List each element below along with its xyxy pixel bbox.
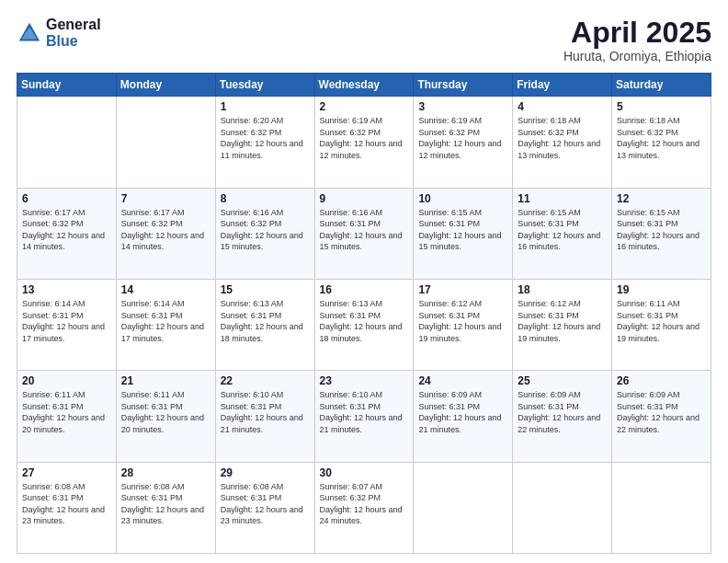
day-info: Sunrise: 6:19 AM Sunset: 6:32 PM Dayligh… bbox=[418, 115, 507, 161]
calendar-table: Sunday Monday Tuesday Wednesday Thursday… bbox=[17, 73, 711, 554]
calendar-cell: 23Sunrise: 6:10 AM Sunset: 6:31 PM Dayli… bbox=[314, 371, 414, 462]
day-number: 1 bbox=[221, 100, 310, 113]
day-number: 22 bbox=[221, 374, 310, 387]
col-saturday: Saturday bbox=[612, 74, 711, 97]
day-number: 23 bbox=[320, 374, 409, 387]
day-info: Sunrise: 6:13 AM Sunset: 6:31 PM Dayligh… bbox=[320, 298, 409, 344]
calendar-cell bbox=[612, 462, 711, 553]
day-number: 28 bbox=[121, 466, 210, 479]
day-number: 10 bbox=[418, 192, 507, 205]
calendar-cell: 22Sunrise: 6:10 AM Sunset: 6:31 PM Dayli… bbox=[215, 371, 314, 462]
calendar-cell bbox=[116, 97, 215, 188]
calendar-cell: 6Sunrise: 6:17 AM Sunset: 6:32 PM Daylig… bbox=[17, 188, 117, 279]
calendar-cell: 2Sunrise: 6:19 AM Sunset: 6:32 PM Daylig… bbox=[314, 97, 414, 188]
calendar-cell: 3Sunrise: 6:19 AM Sunset: 6:32 PM Daylig… bbox=[414, 97, 513, 188]
title-block: April 2025 Huruta, Oromiya, Ethiopia bbox=[563, 17, 711, 63]
calendar-cell: 9Sunrise: 6:16 AM Sunset: 6:31 PM Daylig… bbox=[314, 188, 414, 279]
day-number: 2 bbox=[320, 100, 409, 113]
calendar-cell: 1Sunrise: 6:20 AM Sunset: 6:32 PM Daylig… bbox=[215, 97, 314, 188]
calendar-cell: 27Sunrise: 6:08 AM Sunset: 6:31 PM Dayli… bbox=[17, 462, 117, 553]
day-number: 15 bbox=[221, 283, 310, 296]
day-info: Sunrise: 6:15 AM Sunset: 6:31 PM Dayligh… bbox=[617, 207, 706, 253]
calendar-week-5: 27Sunrise: 6:08 AM Sunset: 6:31 PM Dayli… bbox=[17, 462, 711, 553]
day-info: Sunrise: 6:17 AM Sunset: 6:32 PM Dayligh… bbox=[22, 207, 111, 253]
day-info: Sunrise: 6:10 AM Sunset: 6:31 PM Dayligh… bbox=[221, 389, 310, 435]
day-number: 18 bbox=[518, 283, 607, 296]
day-info: Sunrise: 6:14 AM Sunset: 6:31 PM Dayligh… bbox=[121, 298, 210, 344]
calendar-cell: 8Sunrise: 6:16 AM Sunset: 6:32 PM Daylig… bbox=[215, 188, 314, 279]
day-number: 9 bbox=[320, 192, 409, 205]
logo: General Blue bbox=[17, 17, 101, 49]
calendar-cell: 26Sunrise: 6:09 AM Sunset: 6:31 PM Dayli… bbox=[612, 371, 711, 462]
col-monday: Monday bbox=[116, 74, 215, 97]
day-number: 6 bbox=[22, 192, 111, 205]
calendar-cell bbox=[513, 462, 612, 553]
day-info: Sunrise: 6:20 AM Sunset: 6:32 PM Dayligh… bbox=[221, 115, 310, 161]
day-info: Sunrise: 6:18 AM Sunset: 6:32 PM Dayligh… bbox=[617, 115, 706, 161]
day-number: 17 bbox=[418, 283, 507, 296]
day-info: Sunrise: 6:07 AM Sunset: 6:32 PM Dayligh… bbox=[320, 481, 409, 527]
day-info: Sunrise: 6:15 AM Sunset: 6:31 PM Dayligh… bbox=[518, 207, 607, 253]
day-info: Sunrise: 6:16 AM Sunset: 6:32 PM Dayligh… bbox=[221, 207, 310, 253]
day-number: 19 bbox=[617, 283, 706, 296]
col-thursday: Thursday bbox=[414, 74, 513, 97]
day-info: Sunrise: 6:19 AM Sunset: 6:32 PM Dayligh… bbox=[320, 115, 409, 161]
calendar-cell: 25Sunrise: 6:09 AM Sunset: 6:31 PM Dayli… bbox=[513, 371, 612, 462]
calendar-cell: 15Sunrise: 6:13 AM Sunset: 6:31 PM Dayli… bbox=[215, 279, 314, 370]
calendar-cell: 13Sunrise: 6:14 AM Sunset: 6:31 PM Dayli… bbox=[17, 279, 117, 370]
calendar-cell: 11Sunrise: 6:15 AM Sunset: 6:31 PM Dayli… bbox=[513, 188, 612, 279]
day-number: 20 bbox=[22, 374, 111, 387]
col-friday: Friday bbox=[513, 74, 612, 97]
day-info: Sunrise: 6:10 AM Sunset: 6:31 PM Dayligh… bbox=[320, 389, 409, 435]
calendar-cell: 30Sunrise: 6:07 AM Sunset: 6:32 PM Dayli… bbox=[314, 462, 414, 553]
day-number: 30 bbox=[320, 466, 409, 479]
calendar-week-4: 20Sunrise: 6:11 AM Sunset: 6:31 PM Dayli… bbox=[17, 371, 711, 462]
day-number: 26 bbox=[617, 374, 706, 387]
calendar-cell: 19Sunrise: 6:11 AM Sunset: 6:31 PM Dayli… bbox=[612, 279, 711, 370]
calendar-week-1: 1Sunrise: 6:20 AM Sunset: 6:32 PM Daylig… bbox=[17, 97, 711, 188]
logo-blue: Blue bbox=[46, 33, 101, 50]
day-number: 24 bbox=[418, 374, 507, 387]
calendar-cell: 5Sunrise: 6:18 AM Sunset: 6:32 PM Daylig… bbox=[612, 97, 711, 188]
col-wednesday: Wednesday bbox=[314, 74, 414, 97]
calendar-cell: 14Sunrise: 6:14 AM Sunset: 6:31 PM Dayli… bbox=[116, 279, 215, 370]
calendar-cell: 29Sunrise: 6:08 AM Sunset: 6:31 PM Dayli… bbox=[215, 462, 314, 553]
logo-general: General bbox=[46, 17, 101, 33]
calendar-cell: 12Sunrise: 6:15 AM Sunset: 6:31 PM Dayli… bbox=[612, 188, 711, 279]
day-info: Sunrise: 6:08 AM Sunset: 6:31 PM Dayligh… bbox=[221, 481, 310, 527]
day-info: Sunrise: 6:08 AM Sunset: 6:31 PM Dayligh… bbox=[121, 481, 210, 527]
calendar-cell: 18Sunrise: 6:12 AM Sunset: 6:31 PM Dayli… bbox=[513, 279, 612, 370]
day-number: 7 bbox=[121, 192, 210, 205]
day-info: Sunrise: 6:09 AM Sunset: 6:31 PM Dayligh… bbox=[518, 389, 607, 435]
day-number: 11 bbox=[518, 192, 607, 205]
day-info: Sunrise: 6:18 AM Sunset: 6:32 PM Dayligh… bbox=[518, 115, 607, 161]
calendar-cell: 21Sunrise: 6:11 AM Sunset: 6:31 PM Dayli… bbox=[116, 371, 215, 462]
day-info: Sunrise: 6:15 AM Sunset: 6:31 PM Dayligh… bbox=[418, 207, 507, 253]
day-number: 4 bbox=[518, 100, 607, 113]
day-info: Sunrise: 6:12 AM Sunset: 6:31 PM Dayligh… bbox=[518, 298, 607, 344]
day-info: Sunrise: 6:11 AM Sunset: 6:31 PM Dayligh… bbox=[121, 389, 210, 435]
day-info: Sunrise: 6:08 AM Sunset: 6:31 PM Dayligh… bbox=[22, 481, 111, 527]
day-info: Sunrise: 6:12 AM Sunset: 6:31 PM Dayligh… bbox=[418, 298, 507, 344]
col-sunday: Sunday bbox=[17, 74, 117, 97]
calendar-cell: 4Sunrise: 6:18 AM Sunset: 6:32 PM Daylig… bbox=[513, 97, 612, 188]
logo-icon bbox=[17, 20, 42, 46]
header: General Blue April 2025 Huruta, Oromiya,… bbox=[17, 17, 711, 63]
calendar-cell: 24Sunrise: 6:09 AM Sunset: 6:31 PM Dayli… bbox=[414, 371, 513, 462]
day-number: 29 bbox=[221, 466, 310, 479]
day-info: Sunrise: 6:09 AM Sunset: 6:31 PM Dayligh… bbox=[418, 389, 507, 435]
calendar-week-3: 13Sunrise: 6:14 AM Sunset: 6:31 PM Dayli… bbox=[17, 279, 711, 370]
title-month: April 2025 bbox=[563, 17, 711, 49]
calendar-cell: 10Sunrise: 6:15 AM Sunset: 6:31 PM Dayli… bbox=[414, 188, 513, 279]
calendar-page: General Blue April 2025 Huruta, Oromiya,… bbox=[0, 0, 728, 563]
day-number: 25 bbox=[518, 374, 607, 387]
title-location: Huruta, Oromiya, Ethiopia bbox=[563, 49, 711, 63]
calendar-cell bbox=[17, 97, 117, 188]
day-number: 12 bbox=[617, 192, 706, 205]
col-tuesday: Tuesday bbox=[215, 74, 314, 97]
day-number: 27 bbox=[22, 466, 111, 479]
calendar-header-row: Sunday Monday Tuesday Wednesday Thursday… bbox=[17, 74, 711, 97]
calendar-cell: 7Sunrise: 6:17 AM Sunset: 6:32 PM Daylig… bbox=[116, 188, 215, 279]
day-info: Sunrise: 6:09 AM Sunset: 6:31 PM Dayligh… bbox=[617, 389, 706, 435]
calendar-cell: 20Sunrise: 6:11 AM Sunset: 6:31 PM Dayli… bbox=[17, 371, 117, 462]
